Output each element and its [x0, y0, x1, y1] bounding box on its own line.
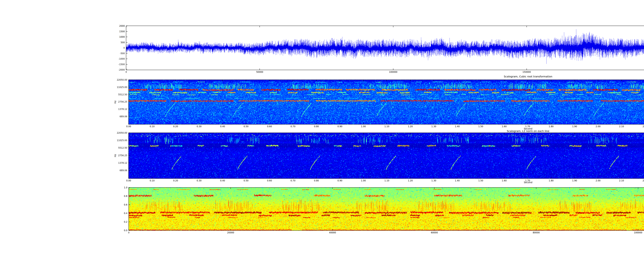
spectrogram-ytick-mark	[129, 196, 130, 196]
scalogram-cubic-xtick-label: 1.60	[502, 125, 507, 127]
scalogram-cubic-xtick-label: 1.20	[408, 125, 413, 127]
scalogram-l2-xtick-mark	[504, 133, 504, 134]
scalogram-l2-xtick-label: 1.40	[455, 180, 460, 182]
scalogram-l2-xtick-label: 0.20	[173, 180, 178, 182]
scalogram-cubic-ytick-mark	[129, 80, 130, 80]
scalogram-cubic-ytick-mark	[129, 94, 130, 95]
scalogram-l2-title: Scalogram, L2 norm on each line	[507, 130, 549, 133]
spectrogram-ytick-label: 1.0	[124, 187, 128, 189]
scalogram-cubic-xtick-mark	[363, 80, 364, 81]
scalogram-l2-xtick-label: 2.10	[619, 180, 624, 182]
scalogram-cubic-xtick-mark	[528, 123, 528, 124]
scalogram-cubic-xtick-label: 1.40	[455, 125, 460, 127]
scalogram-cubic-xtick-mark	[269, 80, 270, 81]
spectrogram-xtick-label: 80000	[533, 231, 540, 234]
waveform-ytick-mark	[126, 37, 128, 37]
waveform-ytick-label: -1500	[118, 63, 125, 65]
waveform-xtick-label: 100000	[389, 71, 397, 73]
scalogram-l2-xtick-mark	[574, 133, 575, 134]
scalogram-l2-ytick-label: 5512.50	[118, 147, 127, 149]
spectrogram-xtick-mark	[434, 188, 434, 189]
scalogram-cubic-xtick-mark	[340, 80, 340, 81]
scalogram-cubic-xtick-mark	[480, 123, 481, 124]
scalogram-l2-xtick-mark	[480, 133, 481, 134]
spectrogram-xtick-mark	[129, 188, 129, 189]
waveform-ytick-label: 1000	[119, 36, 125, 38]
scalogram-l2-xtick-mark	[316, 177, 316, 178]
scalogram-l2-xtick-mark	[598, 177, 598, 178]
scalogram-l2-xtick-mark	[622, 177, 622, 178]
waveform-ytick-mark	[126, 31, 128, 32]
waveform-ytick-mark	[126, 48, 128, 48]
scalogram-l2-ytick-mark	[129, 148, 130, 148]
scalogram-l2-xtick-label: 1.30	[431, 180, 436, 182]
scalogram-cubic-ytick-label: 5512.50	[118, 93, 127, 96]
scalogram-l2-xtick-mark	[574, 177, 575, 178]
scalogram-l2-xtick-mark	[387, 133, 387, 134]
scalogram-cubic-xtick-mark	[176, 123, 176, 124]
scalogram-l2-ytick-label: 2756.25	[118, 154, 127, 157]
scalogram-l2-xtick-label: 0.90	[338, 180, 342, 182]
waveform-xtick-mark	[126, 26, 126, 27]
scalogram-l2-xtick-mark	[176, 133, 176, 134]
scalogram-cubic-xtick-mark	[504, 123, 504, 124]
scalogram-cubic-xtick-mark	[316, 80, 316, 81]
spectrogram-xtick-label: 60000	[431, 231, 438, 234]
scalogram-cubic-xtick-label: 1.00	[361, 125, 366, 127]
spectrogram-ytick-mark	[129, 230, 130, 230]
scalogram-l2-xtick-label: 1.50	[478, 180, 483, 182]
spectrogram-xtick-mark	[638, 229, 638, 230]
waveform-ytick-mark	[126, 26, 128, 26]
scalogram-cubic-xtick-mark	[222, 123, 223, 124]
waveform-xtick-mark	[393, 26, 393, 27]
scalogram-cubic-xtick-mark	[246, 80, 246, 81]
scalogram-l2-xtick-mark	[457, 177, 457, 178]
scalogram-cubic-xtick-label: 0.00	[126, 125, 131, 127]
scalogram-cubic-xtick-mark	[574, 80, 575, 81]
scalogram-cubic-ytick-label: 1378.12	[118, 108, 127, 110]
scalogram-cubic-xtick-mark	[293, 80, 293, 81]
waveform-ytick-mark	[126, 59, 128, 59]
scalogram-cubic-xtick-mark	[598, 123, 598, 124]
scalogram-l2-xtick-mark	[246, 177, 246, 178]
scalogram-cubic-xtick-mark	[434, 123, 434, 124]
scalogram-cubic-xtick-label: 0.70	[290, 125, 296, 127]
scalogram-l2-xtick-mark	[199, 177, 199, 178]
scalogram-l2-xtick-label: 2.00	[596, 180, 600, 182]
scalogram-l2-ytick-label: 22050.00	[117, 132, 127, 134]
scalogram-cubic-xtick-mark	[363, 123, 364, 124]
scalogram-cubic-xtick-mark	[457, 123, 457, 124]
scalogram-l2-xtick-mark	[551, 177, 551, 178]
scalogram-l2-xtick-mark	[528, 177, 528, 178]
waveform-xtick-mark	[526, 68, 527, 70]
scalogram-cubic-xtick-mark	[480, 80, 481, 81]
spectrogram-xtick-mark	[230, 188, 231, 189]
scalogram-l2-xtick-mark	[387, 177, 387, 178]
scalogram-cubic-ytick-label: 689.06	[120, 115, 127, 117]
scalogram-cubic-ytick-label: 2756.25	[118, 101, 127, 103]
scalogram-cubic-xtick-label: 0.40	[220, 125, 225, 127]
scalogram-l2-xtick-mark	[293, 177, 293, 178]
scalogram-l2-xtick-mark	[152, 177, 152, 178]
scalogram-cubic-xtick-label: 0.80	[314, 125, 319, 127]
scalogram-l2-xtick-label: 0.80	[314, 180, 319, 182]
figure: Scalogram, Cubic root transformation Hz …	[0, 0, 644, 258]
scalogram-cubic-xtick-label: 1.50	[478, 125, 483, 127]
scalogram-l2-xtick-mark	[363, 133, 364, 134]
scalogram-l2-ylabel: Hz	[114, 154, 116, 157]
scalogram-cubic-xtick-label: 0.30	[197, 125, 202, 127]
spectrogram-ytick-label: 0.4	[124, 212, 128, 214]
scalogram-cubic-xtick-mark	[387, 80, 387, 81]
scalogram-l2-xtick-mark	[269, 133, 270, 134]
spectrogram-ytick-mark	[129, 222, 130, 222]
waveform-canvas	[126, 26, 644, 70]
scalogram-l2-ytick-mark	[129, 163, 130, 163]
scalogram-cubic-ytick-mark	[129, 116, 130, 117]
scalogram-cubic-xtick-mark	[293, 123, 293, 124]
waveform-ytick-mark	[126, 70, 128, 70]
scalogram-cubic-xtick-label: 0.60	[267, 125, 272, 127]
spectrogram-xtick-label: 0	[128, 231, 130, 234]
waveform-ytick-label: 500	[121, 41, 125, 44]
spectrogram-xtick-mark	[536, 229, 536, 230]
scalogram-l2-xtick-mark	[152, 133, 152, 134]
